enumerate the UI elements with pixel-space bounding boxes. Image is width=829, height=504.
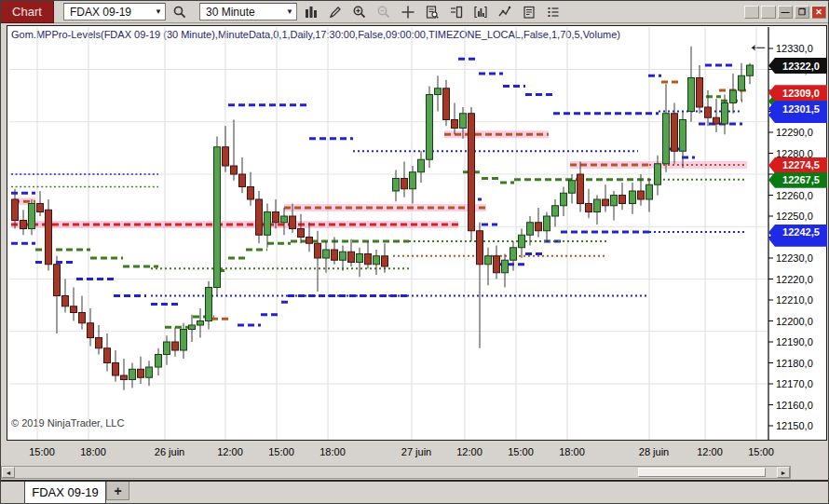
- candle-body: [527, 223, 534, 236]
- window-buttons: — ❐ ✕: [744, 6, 829, 19]
- drawing-pencil-icon[interactable]: [325, 3, 346, 21]
- bar-chart-icon[interactable]: [301, 3, 321, 21]
- instrument-search-icon[interactable]: [170, 3, 190, 21]
- time-tick-label: 12:00: [456, 446, 482, 457]
- instrument-selector[interactable]: FDAX 09-19 ▼: [63, 3, 166, 20]
- candle-body: [410, 172, 416, 189]
- time-tick-label: 18:00: [80, 446, 106, 457]
- titlebar: Chart FDAX 09-19 ▼ 30 Minute ▼: [1, 1, 829, 23]
- minimize-button[interactable]: —: [778, 6, 793, 19]
- price-tick-label: 12260,0: [776, 190, 813, 201]
- candle-body: [104, 348, 111, 363]
- chart-panel[interactable]: Gom.MPPro-Levels(FDAX 09-19 (30 Minute),…: [7, 25, 827, 441]
- candle-body: [12, 199, 19, 221]
- window-button-extra2[interactable]: [761, 6, 776, 19]
- candle-body: [206, 288, 212, 321]
- time-tick-label: 26 juin: [155, 446, 184, 457]
- candle-body: [265, 212, 271, 236]
- chart-surface[interactable]: [7, 26, 826, 440]
- candle-body: [536, 223, 542, 231]
- candle-body: [62, 296, 69, 306]
- zoom-in-icon[interactable]: [349, 3, 370, 21]
- price-tick-label: 12170,0: [776, 378, 813, 389]
- horizontal-scrollbar[interactable]: ◄ ►: [1, 466, 791, 479]
- panel-layout-icon[interactable]: [446, 3, 467, 21]
- candle-body: [401, 179, 408, 189]
- candle-body: [323, 250, 330, 258]
- candle-body: [88, 323, 94, 338]
- candle-body: [646, 184, 653, 199]
- candle-body: [20, 221, 27, 229]
- candle-body: [357, 254, 363, 263]
- price-tag: 12274,5: [768, 157, 827, 173]
- candle-body: [705, 107, 712, 117]
- close-button[interactable]: ✕: [811, 6, 826, 19]
- crosshair-plus-icon[interactable]: [398, 3, 418, 21]
- candle-body: [611, 196, 618, 206]
- chevron-down-icon: ▼: [280, 7, 293, 16]
- candle-body: [71, 306, 77, 313]
- time-tick-label: 18:00: [559, 446, 585, 457]
- candle-body: [452, 120, 458, 129]
- scroll-left-arrow-icon[interactable]: ◄: [2, 467, 15, 478]
- candle-body: [578, 174, 584, 204]
- candle-body: [552, 206, 559, 216]
- candle-body: [747, 65, 754, 75]
- candle-body: [680, 120, 686, 152]
- candle-body: [594, 199, 601, 212]
- list-icon[interactable]: [543, 3, 564, 21]
- price-tick-label: 12330,0: [776, 43, 813, 54]
- candle-body: [223, 147, 229, 166]
- price-tick-label: 12180,0: [776, 358, 813, 369]
- candle-body: [730, 90, 737, 103]
- candle-body: [197, 321, 204, 326]
- candle-body: [510, 248, 517, 261]
- candle-body: [79, 313, 86, 323]
- time-tick-label: 15:00: [29, 446, 55, 457]
- candle-body: [688, 78, 695, 112]
- window-button-extra1[interactable]: [744, 6, 759, 19]
- candle-body: [248, 187, 254, 200]
- scrollbar-thumb[interactable]: [638, 468, 766, 477]
- window-title[interactable]: Chart: [1, 1, 54, 23]
- candle-body: [164, 342, 170, 355]
- line-chart-icon[interactable]: [495, 3, 515, 21]
- interval-selector[interactable]: 30 Minute ▼: [199, 3, 297, 20]
- candle-body: [298, 229, 305, 238]
- add-tab-button[interactable]: +: [106, 482, 129, 500]
- candle-body: [332, 250, 338, 260]
- document-search-icon[interactable]: [422, 3, 442, 21]
- candle-body: [638, 191, 645, 199]
- candle-body: [340, 252, 347, 260]
- time-tick-label: 12:00: [697, 446, 723, 457]
- price-tick-label: 12280,0: [776, 148, 813, 159]
- report-clipboard-icon[interactable]: [519, 3, 539, 21]
- candle-body: [281, 216, 288, 223]
- interval-value: 30 Minute: [206, 6, 255, 19]
- candle-body: [494, 256, 500, 273]
- scroll-right-arrow-icon[interactable]: ►: [777, 467, 790, 478]
- candle-body: [722, 103, 728, 125]
- candle-body: [46, 210, 52, 265]
- price-tick-label: 12230,0: [776, 252, 813, 264]
- candle-body: [138, 369, 144, 377]
- price-tick-label: 12160,0: [776, 400, 813, 411]
- candle-body: [348, 252, 355, 262]
- price-tick-label: 12210,0: [776, 294, 813, 306]
- histogram-brackets-icon[interactable]: [470, 3, 491, 21]
- candle-body: [663, 114, 670, 164]
- candle-body: [29, 204, 35, 229]
- time-tick-label: 12:00: [217, 446, 243, 457]
- candle-body: [37, 204, 44, 212]
- price-tag: 12242,5: [768, 225, 827, 240]
- candle-body: [477, 231, 483, 265]
- time-tick-label: 15:00: [268, 446, 294, 457]
- candle-body: [273, 212, 279, 223]
- candle-body: [469, 114, 475, 231]
- maximize-button[interactable]: ❐: [795, 6, 809, 19]
- candle-body: [655, 164, 661, 185]
- candle-body: [603, 199, 609, 206]
- candle-body: [365, 254, 372, 265]
- zoom-out-icon[interactable]: [374, 3, 394, 21]
- tab-fdax-09-19[interactable]: FDAX 09-19: [24, 482, 106, 504]
